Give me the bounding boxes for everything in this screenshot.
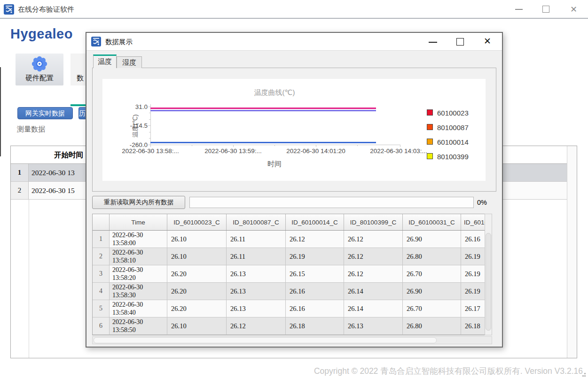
- close-icon[interactable]: ✕: [570, 5, 577, 14]
- tab-temperature[interactable]: 温度: [93, 54, 117, 68]
- main-window-title: 在线分布验证软件: [18, 5, 74, 14]
- active-tab-underline: [71, 104, 86, 106]
- legend-swatch: [427, 153, 433, 159]
- x-tick: 2022-06-30 13:58:...: [109, 147, 192, 155]
- scrollbar-thumb[interactable]: [94, 337, 437, 343]
- tab-humidity[interactable]: 湿度: [117, 56, 142, 68]
- sensor-table-header: Time ID_60100023_C ID_80100087_C ID_6010…: [93, 214, 486, 231]
- dialog-app-icon: [91, 37, 101, 46]
- brand-logo: Hygealeo: [10, 26, 73, 42]
- data-display-dialog: 数据展示 ✕ 温度 湿度 温度曲线(℃) 温度(℃) 31.0 -114.5 -…: [86, 32, 503, 348]
- table-vertical-scrollbar[interactable]: [485, 214, 492, 335]
- series-line-blue: [150, 142, 376, 143]
- copyright-footer: Copyright © 2022 青岛合启立智能科技有限公司版权所有. Vers…: [0, 365, 583, 377]
- app-logo-icon: [4, 4, 14, 15]
- x-tick: 2022-06-30 14:01:20: [274, 147, 357, 155]
- col-sensor: ID_80100399_C: [344, 214, 403, 230]
- flower-gear-icon: [31, 55, 48, 72]
- dialog-titlebar: 数据展示 ✕: [86, 33, 502, 51]
- hardware-config-label: 硬件配置: [16, 74, 63, 83]
- chart-title: 温度曲线(℃): [180, 88, 368, 97]
- x-axis-label: 时间: [251, 160, 298, 169]
- x-tick: 2022-06-30 13:59:...: [192, 147, 274, 155]
- y-tick: 31.0: [117, 103, 148, 110]
- table-horizontal-scrollbar[interactable]: [92, 336, 492, 344]
- temperature-chart: 温度曲线(℃) 温度(℃) 31.0 -114.5 -260.0: [102, 79, 486, 181]
- main-titlebar: 在线分布验证软件 ✕: [0, 0, 588, 19]
- table-row[interactable]: 6 2022-06-30 13:58:50 26.10 26.12 26.18 …: [93, 317, 486, 335]
- col-sensor: ID_60100023_C: [167, 214, 227, 230]
- dialog-maximize-icon[interactable]: [456, 38, 464, 46]
- legend-swatch: [427, 109, 433, 116]
- measure-data-label: 测量数据: [17, 125, 45, 134]
- tab-data-display-partial[interactable]: 数: [71, 54, 86, 85]
- gateway-realtime-button[interactable]: 网关实时数据: [17, 107, 73, 119]
- column-divider: [29, 200, 29, 358]
- progress-bar: [189, 197, 474, 208]
- dialog-close-icon[interactable]: ✕: [484, 37, 491, 46]
- maximize-icon[interactable]: [542, 6, 549, 13]
- hardware-config-button[interactable]: 硬件配置: [16, 54, 63, 85]
- screen-edge-artifact: [0, 67, 1, 156]
- dialog-minimize-icon[interactable]: [429, 42, 437, 43]
- series-line-magenta: [150, 108, 376, 109]
- col-time: Time: [110, 214, 167, 230]
- main-table-scrollbar[interactable]: [567, 146, 577, 358]
- col-sensor-clipped: ID_6010: [461, 214, 485, 230]
- table-row[interactable]: 2 2022-06-30 13:58:10 26.10 26.11 26.19 …: [93, 248, 486, 265]
- history-button-partial[interactable]: 历: [78, 107, 86, 119]
- table-row[interactable]: 3 2022-06-30 13:58:20 26.20 26.13 26.15 …: [93, 265, 486, 283]
- series-line-purple: [150, 110, 376, 111]
- table-row[interactable]: 1 2022-06-30 13:58:00 26.10 26.11 26.12 …: [93, 231, 486, 248]
- app-window: 在线分布验证软件 ✕ Hygealeo 硬件配置 数 网关实时数据 历 测量数据…: [0, 0, 588, 379]
- legend-swatch: [427, 139, 433, 145]
- y-tick: -114.5: [117, 122, 148, 129]
- x-axis-line: [150, 145, 400, 145]
- table-row[interactable]: 4 2022-06-30 13:58:30 26.20 26.13 26.16 …: [93, 283, 486, 300]
- progress-percent: 0%: [477, 199, 487, 206]
- minimize-icon[interactable]: [515, 9, 523, 10]
- col-sensor: ID_80100087_C: [227, 214, 286, 230]
- reload-gateway-data-button[interactable]: 重新读取网关内所有数据: [92, 196, 185, 209]
- legend-swatch: [427, 124, 433, 130]
- table-row[interactable]: 5 2022-06-30 13:58:40 26.20 26.13 26.16 …: [93, 300, 486, 317]
- sensor-data-table: Time ID_60100023_C ID_80100087_C ID_6010…: [92, 214, 486, 335]
- scrollbar-thumb[interactable]: [486, 233, 491, 331]
- col-sensor: ID_60100031_C: [403, 214, 461, 230]
- col-sensor: ID_60100014_C: [286, 214, 344, 230]
- dialog-title: 数据展示: [105, 38, 133, 46]
